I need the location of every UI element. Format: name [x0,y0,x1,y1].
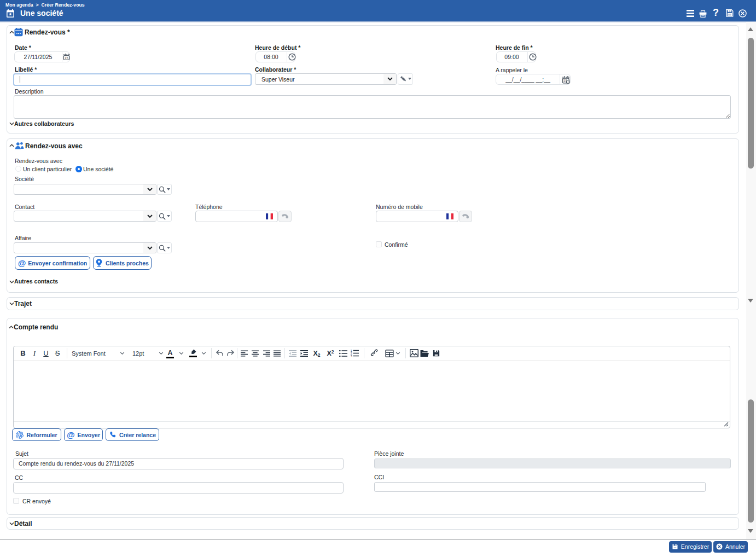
svg-text:3: 3 [351,355,352,357]
svg-text:15: 15 [65,56,68,60]
